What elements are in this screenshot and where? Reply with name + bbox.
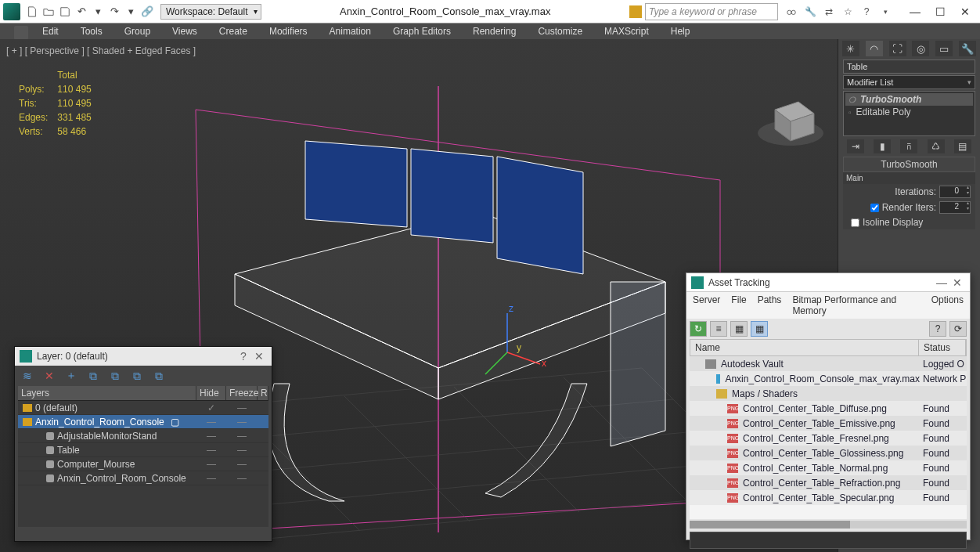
- undo-dropdown-icon[interactable]: ▾: [91, 5, 105, 19]
- help-search-input[interactable]: Type a keyword or phrase: [645, 3, 778, 20]
- isoline-checkbox[interactable]: [851, 218, 859, 227]
- asset-view-tree-icon[interactable]: ▦: [730, 321, 748, 337]
- asset-view-list-icon[interactable]: ≡: [710, 321, 727, 337]
- show-end-result-icon[interactable]: ▮: [874, 139, 891, 153]
- asset-search-field[interactable]: [690, 532, 967, 549]
- tab-modify-icon[interactable]: ◠: [866, 41, 883, 56]
- new-file-icon[interactable]: [25, 5, 39, 19]
- menu-create[interactable]: Create: [216, 24, 250, 38]
- menu-help[interactable]: Help: [668, 24, 694, 38]
- asset-menu-paths[interactable]: Paths: [758, 294, 782, 316]
- col-render[interactable]: R: [258, 386, 268, 400]
- new-layer-icon[interactable]: ≋: [20, 369, 35, 383]
- asset-col-name[interactable]: Name: [690, 340, 919, 355]
- asset-row[interactable]: Anxin_Control_Room_Console_max_vray.maxN…: [690, 371, 967, 386]
- asset-row[interactable]: PNGControl_Center_Table_Emissive.pngFoun…: [690, 416, 967, 431]
- asset-horizontal-scrollbar[interactable]: [690, 521, 967, 529]
- modifier-turbosmooth[interactable]: ❍TurboSmooth: [845, 93, 973, 106]
- menu-modifiers[interactable]: Modifiers: [266, 24, 311, 38]
- rollout-header[interactable]: TurboSmooth: [843, 157, 975, 172]
- menu-rendering[interactable]: Rendering: [470, 24, 519, 38]
- layer-row[interactable]: Table——: [18, 443, 268, 457]
- col-layers[interactable]: Layers: [18, 386, 196, 400]
- menu-views[interactable]: Views: [169, 24, 200, 38]
- tab-motion-icon[interactable]: ◎: [912, 41, 929, 56]
- tab-display-icon[interactable]: ▭: [935, 41, 953, 56]
- asset-row[interactable]: PNGControl_Center_Table_Refraction.pngFo…: [690, 475, 967, 490]
- configure-sets-icon[interactable]: ▤: [954, 139, 971, 153]
- make-unique-icon[interactable]: ⩃: [900, 139, 917, 153]
- asset-help-icon[interactable]: ?: [929, 321, 946, 337]
- redo-icon[interactable]: ↷: [107, 5, 121, 19]
- iterations-spinner[interactable]: 0: [939, 186, 971, 198]
- exchange-icon[interactable]: ⇄: [822, 5, 836, 19]
- delete-layer-icon[interactable]: ✕: [41, 369, 57, 383]
- freeze-unfreeze-icon[interactable]: ⧉: [151, 369, 167, 383]
- remove-modifier-icon[interactable]: ♺: [928, 139, 945, 153]
- render-iters-spinner[interactable]: 2: [939, 201, 971, 214]
- redo-dropdown-icon[interactable]: ▾: [124, 5, 138, 19]
- asset-menu-server[interactable]: Server: [693, 294, 720, 316]
- application-menu houten-icon[interactable]: [14, 26, 28, 40]
- close-button[interactable]: ✕: [953, 3, 977, 20]
- asset-row[interactable]: PNGControl_Center_Table_Diffuse.pngFound: [690, 401, 967, 416]
- link-icon[interactable]: 🔗: [140, 5, 154, 19]
- layer-row[interactable]: Anxin_Control_Room_Console▢——: [18, 415, 268, 429]
- tab-hierarchy-icon[interactable]: ⛶: [889, 41, 906, 56]
- render-iters-checkbox[interactable]: [870, 204, 879, 212]
- asset-menu-options[interactable]: Options: [931, 294, 964, 316]
- asset-row[interactable]: PNGControl_Center_Table_Fresnel.pngFound: [690, 431, 967, 446]
- asset-row[interactable]: PNGControl_Center_Table_Normal.pngFound: [690, 460, 967, 475]
- object-name-field[interactable]: Table: [843, 60, 975, 74]
- asset-row[interactable]: Maps / Shaders: [690, 386, 967, 401]
- asset-menu-bitmap[interactable]: Bitmap Performance and Memory: [792, 294, 920, 316]
- help-dropdown-icon[interactable]: ▾: [878, 5, 892, 19]
- menu-group[interactable]: Group: [121, 24, 153, 38]
- asset-refresh-icon[interactable]: ↻: [690, 321, 707, 337]
- menu-graph-editors[interactable]: Graph Editors: [390, 24, 454, 38]
- layer-row[interactable]: Anxin_Control_Room_Console——: [18, 471, 268, 485]
- menu-maxscript[interactable]: MAXScript: [601, 24, 652, 38]
- pin-stack-icon[interactable]: ⇥: [847, 139, 864, 153]
- tab-create-icon[interactable]: ✳: [842, 41, 859, 56]
- minimize-button[interactable]: —: [903, 3, 927, 20]
- binoculars-icon[interactable]: [784, 5, 798, 19]
- layer-close-button[interactable]: ✕: [251, 350, 267, 363]
- modifier-list-dropdown[interactable]: Modifier List: [843, 75, 975, 89]
- col-freeze[interactable]: Freeze: [226, 386, 258, 400]
- open-file-icon[interactable]: [41, 5, 56, 19]
- asset-dialog-titlebar[interactable]: Asset Tracking — ✕: [686, 273, 970, 292]
- layer-dialog-titlebar[interactable]: Layer: 0 (default) ? ✕: [15, 347, 272, 366]
- col-hide[interactable]: Hide: [196, 386, 226, 400]
- menu-edit[interactable]: Edit: [39, 24, 62, 38]
- wrench-icon[interactable]: 🔧: [803, 5, 817, 19]
- menu-customize[interactable]: Customize: [535, 24, 585, 38]
- asset-menu-file[interactable]: File: [731, 294, 746, 316]
- asset-row[interactable]: PNGControl_Center_Table_Specular.pngFoun…: [690, 490, 967, 505]
- undo-icon[interactable]: ↶: [74, 5, 88, 19]
- favorite-icon[interactable]: ☆: [841, 5, 855, 19]
- workspace-selector[interactable]: Workspace: Default: [160, 4, 261, 20]
- asset-close-button[interactable]: ✕: [949, 276, 965, 289]
- tab-utilities-icon[interactable]: 🔧: [959, 41, 976, 56]
- modifier-editable-poly[interactable]: ▫Editable Poly: [845, 106, 973, 118]
- asset-settings-icon[interactable]: ⟳: [949, 321, 967, 337]
- modifier-stack[interactable]: ❍TurboSmooth ▫Editable Poly: [843, 91, 975, 136]
- asset-view-table-icon[interactable]: ▦: [751, 321, 768, 337]
- hide-unhide-icon[interactable]: ⧉: [129, 369, 145, 383]
- help-icon[interactable]: ?: [859, 5, 874, 19]
- maximize-button[interactable]: ☐: [928, 3, 952, 20]
- asset-row[interactable]: Autodesk VaultLogged O: [690, 356, 967, 371]
- menu-animation[interactable]: Animation: [326, 24, 374, 38]
- asset-col-status[interactable]: Status: [919, 340, 966, 355]
- add-to-layer-icon[interactable]: ＋: [63, 369, 79, 383]
- menu-tools[interactable]: Tools: [77, 24, 106, 38]
- select-highlight-icon[interactable]: ⧉: [85, 369, 101, 383]
- lightbulb-icon[interactable]: ❍: [848, 96, 856, 104]
- layer-row[interactable]: 0 (default)✓—: [18, 401, 268, 415]
- layer-help-button[interactable]: ?: [236, 350, 251, 363]
- asset-minimize-button[interactable]: —: [934, 276, 949, 289]
- layer-row[interactable]: Computer_Mourse——: [18, 457, 268, 471]
- asset-row[interactable]: PNGControl_Center_Table_Glossiness.pngFo…: [690, 446, 967, 460]
- layer-row[interactable]: AdjustableMonitorStand——: [18, 429, 268, 443]
